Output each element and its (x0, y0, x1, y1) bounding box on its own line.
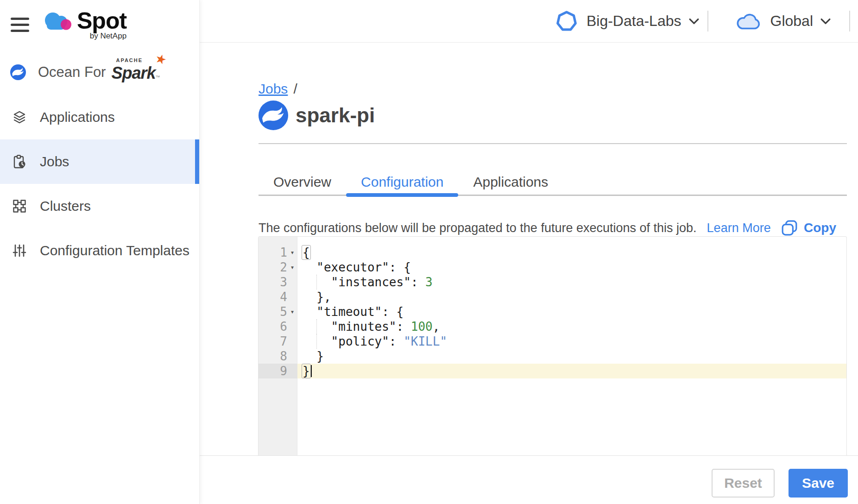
sidebar: Spot by NetApp Ocean For APACHE Spark™ ★… (0, 0, 200, 504)
editor-line-1[interactable]: 1▾{ (259, 245, 846, 260)
menu-toggle-icon[interactable] (11, 18, 29, 32)
sidebar-item-label: Applications (40, 109, 115, 125)
line-number-cell: 2▾ (259, 260, 297, 275)
code-line-content: "executor": { (297, 260, 846, 275)
code-token: 3 (425, 275, 433, 289)
tab-applications[interactable]: Applications (458, 174, 563, 195)
sidebar-item-clusters[interactable]: Clusters (0, 184, 199, 228)
sidebar-nav: ApplicationsJobsClustersConfiguration Te… (0, 95, 199, 273)
line-number-cell: 8 (259, 349, 297, 364)
code-line-content: } (297, 364, 846, 378)
code-token: "policy": (302, 334, 404, 348)
line-number: 1 (280, 245, 287, 260)
scope-selector[interactable]: Global (735, 12, 831, 31)
text-cursor (311, 365, 312, 377)
copy-button[interactable]: Copy (781, 220, 836, 236)
layers-icon (12, 110, 27, 125)
fold-toggle-icon[interactable]: ▾ (287, 245, 297, 260)
code-line-content: "timeout": { (297, 304, 846, 319)
page-title: spark-pi (296, 104, 375, 127)
line-number: 3 (280, 275, 287, 290)
learn-more-link[interactable]: Learn More (707, 221, 771, 235)
line-number: 2 (280, 260, 287, 275)
fold-toggle-icon[interactable]: ▾ (287, 304, 297, 319)
line-number-cell: 9 (259, 364, 297, 378)
code-token: , (433, 320, 440, 334)
title-divider (259, 143, 847, 144)
fold-toggle-icon[interactable]: ▾ (287, 260, 297, 275)
code-token: 100 (411, 320, 433, 334)
sidebar-item-label: Clusters (40, 198, 91, 214)
line-number: 4 (280, 290, 287, 304)
tab-overview[interactable]: Overview (259, 174, 346, 195)
configuration-description: The configurations below will be propaga… (259, 221, 697, 235)
clusters-icon (12, 199, 27, 214)
copy-button-label: Copy (804, 220, 836, 235)
tab-bar: OverviewConfigurationApplications (259, 174, 847, 196)
spark-star-icon: ★ (154, 52, 168, 67)
chevron-down-icon (689, 18, 699, 25)
editor-line-8[interactable]: 8 } (259, 349, 846, 364)
ocean-icon (10, 64, 26, 80)
sidebar-item-label: Jobs (40, 154, 69, 170)
sidebar-item-label: Configuration Templates (40, 243, 189, 258)
sidebar-item-applications[interactable]: Applications (0, 95, 199, 139)
spot-logo: Spot by NetApp (42, 8, 126, 41)
line-number-cell: 3 (259, 275, 297, 290)
clipboard-clock-icon (12, 154, 27, 169)
json-config-editor[interactable]: 1▾{2▾ "executor": {3 "instances": 34 },5… (258, 236, 847, 456)
product-name: Ocean For (38, 64, 106, 81)
editor-line-9[interactable]: 9} (259, 364, 846, 378)
matched-bracket: } (302, 364, 311, 378)
spark-wordmark: Spark (111, 63, 155, 82)
code-token: }, (302, 290, 331, 304)
line-number: 8 (280, 349, 287, 364)
line-number-cell: 7 (259, 334, 297, 349)
editor-line-7[interactable]: 7 "policy": "KILL" (259, 334, 846, 349)
heptagon-icon (555, 10, 578, 33)
code-token: "instances": (302, 275, 425, 289)
header-divider (849, 11, 850, 32)
active-item-indicator (195, 139, 199, 184)
header-divider (707, 11, 708, 32)
editor-line-2[interactable]: 2▾ "executor": { (259, 260, 846, 275)
spot-cloud-icon (42, 8, 74, 34)
code-token: "KILL" (404, 334, 447, 348)
breadcrumb-jobs-link[interactable]: Jobs (259, 81, 288, 96)
spot-byline: by NetApp (90, 32, 126, 41)
organization-selector[interactable]: Big-Data-Labs (555, 10, 699, 33)
code-token: "timeout": { (302, 305, 404, 319)
organization-name: Big-Data-Labs (587, 13, 681, 30)
ocean-for-spark-logo: Ocean For APACHE Spark™ ★ (10, 62, 160, 82)
title-row: spark-pi (259, 101, 375, 130)
save-button[interactable]: Save (789, 469, 848, 498)
code-line-content: { (297, 245, 846, 260)
code-line-content: "instances": 3 (297, 275, 846, 290)
editor-line-6[interactable]: 6 "minutes": 100, (259, 319, 846, 334)
editor-line-4[interactable]: 4 }, (259, 290, 846, 304)
apache-spark-logo: APACHE Spark™ ★ (111, 62, 160, 83)
ocean-icon (259, 101, 288, 130)
breadcrumb-separator: / (293, 81, 297, 96)
line-number-cell: 1▾ (259, 245, 297, 260)
scope-name: Global (770, 13, 814, 30)
sidebar-item-configuration-templates[interactable]: Configuration Templates (0, 228, 199, 273)
editor-line-5[interactable]: 5▾ "timeout": { (259, 304, 846, 319)
tab-configuration[interactable]: Configuration (346, 174, 458, 195)
code-token: "minutes": (302, 320, 411, 334)
reset-button[interactable]: Reset (712, 469, 775, 498)
matched-bracket: { (302, 245, 311, 260)
line-number-cell: 5▾ (259, 304, 297, 319)
chevron-down-icon (820, 18, 831, 25)
line-number-cell: 6 (259, 319, 297, 334)
editor-lines: 1▾{2▾ "executor": {3 "instances": 34 },5… (259, 245, 846, 378)
line-number-cell: 4 (259, 290, 297, 304)
code-line-content: "minutes": 100, (297, 319, 846, 334)
code-line-content: "policy": "KILL" (297, 334, 846, 349)
sidebar-item-jobs[interactable]: Jobs (0, 139, 199, 184)
main-area: Big-Data-Labs Global Jobs/ (199, 0, 858, 504)
code-token: } (302, 349, 324, 363)
editor-line-3[interactable]: 3 "instances": 3 (259, 275, 846, 290)
top-header: Big-Data-Labs Global (199, 0, 858, 43)
spot-wordmark: Spot (77, 8, 126, 33)
